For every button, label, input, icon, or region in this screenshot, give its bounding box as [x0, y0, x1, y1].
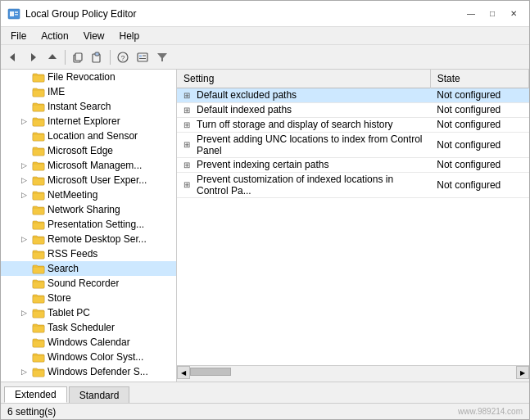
tree-item-network-sharing[interactable]: Network Sharing	[1, 202, 176, 217]
folder-icon-windows-defender	[32, 366, 45, 377]
setting-cell: ⊞ Default indexed paths	[177, 102, 430, 117]
setting-name: Default indexed paths	[197, 104, 292, 115]
window-controls: — □ ✕	[462, 7, 523, 20]
expand-icon-tablet-pc[interactable]: ▷	[17, 309, 30, 317]
setting-icon: ⊞	[183, 140, 193, 149]
right-scrollbar[interactable]: ◀ ▶	[177, 365, 529, 382]
folder-icon-internet-explorer	[32, 115, 45, 127]
tree-item-presentation-settings[interactable]: Presentation Setting...	[1, 217, 176, 232]
tree-item-instant-search[interactable]: Instant Search	[1, 99, 176, 114]
table-row[interactable]: ⊞ Prevent indexing certain paths Not con…	[177, 157, 529, 172]
forward-button[interactable]	[24, 48, 42, 66]
help-button[interactable]: ?	[114, 48, 132, 66]
tree-item-windows-color[interactable]: Windows Color Syst...	[1, 350, 176, 364]
up-button[interactable]	[43, 48, 61, 66]
svg-rect-14	[139, 55, 142, 57]
minimize-button[interactable]: —	[462, 7, 480, 20]
tree-label-tablet-pc: Tablet PC	[48, 307, 90, 318]
expand-icon-microsoft-management[interactable]: ▷	[17, 161, 30, 169]
tree-item-ime[interactable]: IME	[1, 84, 176, 99]
tree-item-microsoft-management[interactable]: ▷ Microsoft Managem...	[1, 158, 176, 173]
scroll-right-arrow[interactable]: ▶	[516, 366, 529, 379]
tree-item-task-scheduler[interactable]: Task Scheduler	[1, 320, 176, 335]
state-cell: Not configured	[430, 157, 528, 172]
setting-name: Default excluded paths	[197, 89, 297, 101]
toolbar: ?	[1, 45, 529, 70]
setting-name: Prevent indexing certain paths	[197, 159, 328, 170]
setting-name: Prevent customization of indexed locatio…	[197, 174, 424, 196]
table-row[interactable]: ⊞ Turn off storage and display of search…	[177, 117, 529, 132]
tree-label-windows-defender: Windows Defender S...	[48, 366, 148, 377]
column-setting: Setting	[177, 70, 430, 88]
state-cell: Not configured	[430, 132, 528, 157]
tree-label-sound-recorder: Sound Recorder	[48, 278, 119, 289]
tabs-bar: ExtendedStandard	[1, 382, 529, 403]
tree-label-store: Store	[48, 292, 71, 304]
scroll-left-arrow[interactable]: ◀	[177, 366, 190, 379]
folder-icon-instant-search	[32, 101, 45, 112]
setting-cell: ⊞ Turn off storage and display of search…	[177, 117, 430, 132]
close-button[interactable]: ✕	[505, 7, 523, 20]
tree-item-windows-calendar[interactable]: Windows Calendar	[1, 335, 176, 350]
tree-item-sound-recorder[interactable]: Sound Recorder	[1, 276, 176, 291]
state-value: Not configured	[437, 159, 501, 170]
state-cell: Not configured	[430, 88, 528, 102]
folder-icon-microsoft-management	[32, 160, 45, 171]
filter-button[interactable]	[153, 48, 171, 66]
tree-item-microsoft-user-exp[interactable]: ▷ Microsoft User Exper...	[1, 173, 176, 187]
menu-view[interactable]: View	[77, 29, 111, 43]
table-row[interactable]: ⊞ Default indexed paths Not configured	[177, 102, 529, 117]
tree-item-file-revocation[interactable]: File Revocation	[1, 70, 176, 84]
state-value: Not configured	[437, 104, 501, 115]
setting-cell: ⊞ Prevent indexing certain paths	[177, 157, 430, 172]
tree-item-search[interactable]: Search	[1, 261, 176, 276]
tree-label-presentation-settings: Presentation Setting...	[48, 219, 144, 230]
expand-icon-microsoft-user-exp[interactable]: ▷	[17, 176, 30, 184]
table-row[interactable]: ⊞ Prevent customization of indexed locat…	[177, 172, 529, 197]
folder-icon-ime	[32, 86, 45, 97]
tab-extended[interactable]: Extended	[4, 386, 67, 403]
folder-icon-store	[32, 292, 45, 304]
paste-button[interactable]	[88, 48, 106, 66]
tree-item-tablet-pc[interactable]: ▷ Tablet PC	[1, 305, 176, 320]
tree-label-search: Search	[48, 263, 79, 274]
properties-button[interactable]	[134, 48, 152, 66]
expand-icon-internet-explorer[interactable]: ▷	[17, 117, 30, 125]
expand-icon-windows-defender[interactable]: ▷	[17, 368, 30, 376]
tab-standard[interactable]: Standard	[69, 386, 130, 403]
menu-action[interactable]: Action	[34, 29, 75, 43]
folder-icon-microsoft-edge	[32, 145, 45, 156]
state-value: Not configured	[437, 89, 501, 101]
svg-rect-1	[10, 11, 14, 16]
table-row[interactable]: ⊞ Prevent adding UNC locations to index …	[177, 132, 529, 157]
tree-item-netmeeting[interactable]: ▷ NetMeeting	[1, 187, 176, 202]
tree-item-remote-desktop[interactable]: ▷ Remote Desktop Ser...	[1, 232, 176, 246]
folder-icon-windows-calendar	[32, 336, 45, 348]
tree-item-internet-explorer[interactable]: ▷ Internet Explorer	[1, 114, 176, 129]
tree-item-location-sensor[interactable]: Location and Sensor	[1, 129, 176, 143]
copy-button[interactable]	[69, 48, 87, 66]
state-value: Not configured	[437, 139, 501, 151]
menu-file[interactable]: File	[4, 29, 33, 43]
settings-table: Setting State ⊞ Default excluded paths N…	[177, 70, 529, 198]
status-text: 6 setting(s)	[7, 406, 56, 418]
tree-item-store[interactable]: Store	[1, 291, 176, 305]
state-value: Not configured	[437, 179, 501, 191]
svg-marker-5	[31, 53, 36, 61]
expand-icon-remote-desktop[interactable]: ▷	[17, 235, 30, 243]
tree-label-remote-desktop: Remote Desktop Ser...	[48, 233, 147, 245]
svg-text:?: ?	[120, 54, 125, 62]
setting-name: Prevent adding UNC locations to index fr…	[197, 133, 424, 156]
expand-icon-netmeeting[interactable]: ▷	[17, 191, 30, 199]
back-button[interactable]	[4, 48, 22, 66]
tree-item-microsoft-edge[interactable]: Microsoft Edge	[1, 143, 176, 158]
menu-help[interactable]: Help	[113, 29, 147, 43]
tree-item-windows-defender[interactable]: ▷ Windows Defender S...	[1, 364, 176, 379]
tree-label-location-sensor: Location and Sensor	[48, 130, 138, 142]
table-row[interactable]: ⊞ Default excluded paths Not configured	[177, 88, 529, 102]
tree-label-task-scheduler: Task Scheduler	[48, 322, 115, 333]
watermark: www.989214.com	[458, 407, 523, 416]
maximize-button[interactable]: □	[483, 7, 501, 20]
tree-item-rss-feeds[interactable]: RSS Feeds	[1, 246, 176, 261]
svg-marker-17	[157, 53, 167, 61]
